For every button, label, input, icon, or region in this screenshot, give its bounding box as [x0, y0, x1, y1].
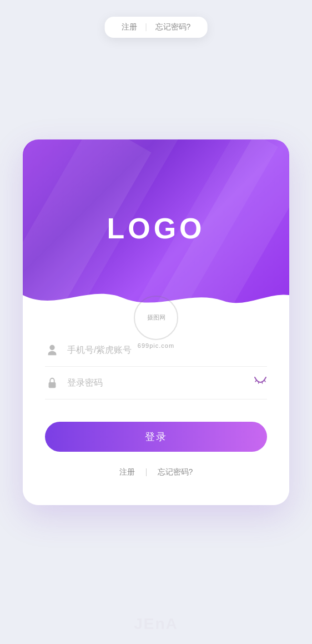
top-hint-card: 注册 忘记密码?	[105, 17, 208, 38]
bottom-links: 注册 忘记密码?	[45, 467, 267, 483]
svg-rect-0	[49, 382, 56, 388]
password-input-row	[45, 367, 267, 400]
jena-footer-text: JEnA	[134, 615, 178, 633]
card-header: LOGO	[23, 139, 289, 317]
page-wrapper: 注册 忘记密码? LOGO	[0, 0, 312, 644]
login-button[interactable]: 登录	[45, 422, 267, 452]
wave-container	[23, 284, 289, 317]
eye-toggle-icon[interactable]	[254, 376, 267, 389]
card-body: 登录 注册 忘记密码?	[23, 317, 289, 505]
logo-text: LOGO	[107, 212, 205, 245]
password-input[interactable]	[67, 378, 267, 388]
top-register-link[interactable]: 注册	[122, 22, 137, 32]
user-icon	[45, 343, 59, 357]
lock-icon	[45, 376, 59, 390]
top-hint-divider	[146, 23, 147, 31]
forgot-password-link[interactable]: 忘记密码?	[158, 467, 193, 477]
username-input-row	[45, 334, 267, 367]
main-login-card: LOGO	[23, 139, 289, 505]
links-divider	[146, 468, 147, 476]
top-forgot-link[interactable]: 忘记密码?	[155, 22, 191, 32]
username-input[interactable]	[67, 345, 267, 355]
register-link[interactable]: 注册	[119, 467, 135, 477]
